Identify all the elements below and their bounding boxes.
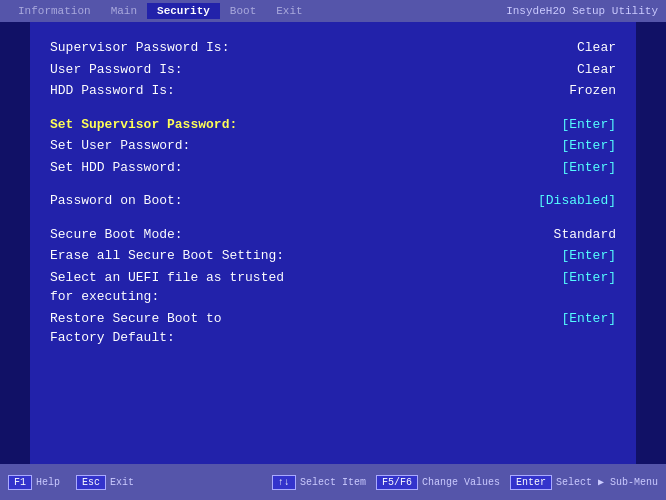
- setting-erase-secure-boot[interactable]: Erase all Secure Boot Setting: [Enter]: [50, 246, 616, 266]
- hint-change-values: F5/F6 Change Values: [376, 475, 500, 490]
- bottom-hints-right: ↑↓ Select Item F5/F6 Change Values Enter…: [272, 475, 658, 490]
- setting-user-password-is: User Password Is: Clear: [50, 60, 616, 80]
- hdd-password-label: HDD Password Is:: [50, 81, 175, 101]
- secure-boot-mode-value: Standard: [496, 225, 616, 245]
- bottom-hints-left: F1 Help Esc Exit: [8, 475, 134, 490]
- user-password-label: User Password Is:: [50, 60, 183, 80]
- setting-set-hdd-password[interactable]: Set HDD Password: [Enter]: [50, 158, 616, 178]
- tab-exit[interactable]: Exit: [266, 3, 312, 19]
- restore-secure-boot-label-line1: Restore Secure Boot to: [50, 309, 222, 329]
- hint-f1-key: F1: [8, 475, 32, 490]
- setting-set-supervisor-password[interactable]: Set Supervisor Password: [Enter]: [50, 115, 616, 135]
- hint-change-values-label: Change Values: [422, 477, 500, 488]
- tab-boot[interactable]: Boot: [220, 3, 266, 19]
- restore-secure-boot-value: [Enter]: [496, 309, 616, 348]
- bottom-hint-bar: F1 Help Esc Exit ↑↓ Select Item F5/F6 Ch…: [0, 464, 666, 500]
- left-panel: [0, 22, 30, 464]
- hdd-password-value: Frozen: [496, 81, 616, 101]
- setting-hdd-password-is: HDD Password Is: Frozen: [50, 81, 616, 101]
- bios-title: InsydeH2O Setup Utility: [506, 5, 658, 17]
- hint-f1: F1 Help: [8, 475, 60, 490]
- tab-security[interactable]: Security: [147, 3, 220, 19]
- setting-set-user-password[interactable]: Set User Password: [Enter]: [50, 136, 616, 156]
- setting-supervisor-password-is: Supervisor Password Is: Clear: [50, 38, 616, 58]
- set-supervisor-password-label: Set Supervisor Password:: [50, 115, 237, 135]
- hint-select-item-label: Select Item: [300, 477, 366, 488]
- security-settings-panel: Supervisor Password Is: Clear User Passw…: [30, 22, 636, 464]
- setting-secure-boot-mode[interactable]: Secure Boot Mode: Standard: [50, 225, 616, 245]
- hint-select-item: ↑↓ Select Item: [272, 475, 366, 490]
- user-password-value: Clear: [496, 60, 616, 80]
- hint-enter: Enter Select ▶ Sub-Menu: [510, 475, 658, 490]
- hint-esc-key: Esc: [76, 475, 106, 490]
- erase-secure-boot-label: Erase all Secure Boot Setting:: [50, 246, 284, 266]
- setting-password-on-boot[interactable]: Password on Boot: [Disabled]: [50, 191, 616, 211]
- select-uefi-label-line2: for executing:: [50, 287, 284, 307]
- bios-screen: Information Main Security Boot Exit Insy…: [0, 0, 666, 500]
- hint-enter-label: Select ▶ Sub-Menu: [556, 476, 658, 488]
- main-content-area: Supervisor Password Is: Clear User Passw…: [0, 22, 666, 464]
- password-on-boot-label: Password on Boot:: [50, 191, 183, 211]
- password-on-boot-value: [Disabled]: [496, 191, 616, 211]
- select-uefi-value: [Enter]: [496, 268, 616, 307]
- hint-esc-label: Exit: [110, 477, 134, 488]
- hint-enter-key: Enter: [510, 475, 552, 490]
- set-user-password-value: [Enter]: [496, 136, 616, 156]
- tab-main[interactable]: Main: [101, 3, 147, 19]
- supervisor-password-label: Supervisor Password Is:: [50, 38, 229, 58]
- hint-f5f6-key: F5/F6: [376, 475, 418, 490]
- select-uefi-label-line1: Select an UEFI file as trusted: [50, 268, 284, 288]
- secure-boot-mode-label: Secure Boot Mode:: [50, 225, 183, 245]
- set-hdd-password-label: Set HDD Password:: [50, 158, 183, 178]
- set-supervisor-password-value: [Enter]: [496, 115, 616, 135]
- restore-secure-boot-label-line2: Factory Default:: [50, 328, 222, 348]
- supervisor-password-value: Clear: [496, 38, 616, 58]
- set-user-password-label: Set User Password:: [50, 136, 190, 156]
- menu-tabs: Information Main Security Boot Exit: [8, 3, 313, 19]
- tab-information[interactable]: Information: [8, 3, 101, 19]
- hint-arrows-key: ↑↓: [272, 475, 296, 490]
- set-hdd-password-value: [Enter]: [496, 158, 616, 178]
- setting-restore-secure-boot[interactable]: Restore Secure Boot to Factory Default: …: [50, 309, 616, 348]
- erase-secure-boot-value: [Enter]: [496, 246, 616, 266]
- setting-select-uefi[interactable]: Select an UEFI file as trusted for execu…: [50, 268, 616, 307]
- top-menu-bar: Information Main Security Boot Exit Insy…: [0, 0, 666, 22]
- hint-esc: Esc Exit: [76, 475, 134, 490]
- hint-f1-label: Help: [36, 477, 60, 488]
- right-panel: [636, 22, 666, 464]
